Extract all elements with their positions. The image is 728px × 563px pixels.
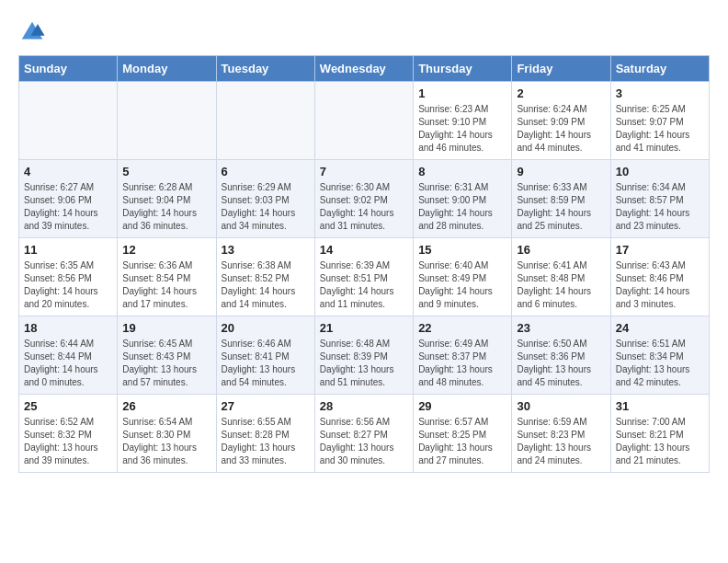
day-number: 31 [616, 399, 704, 413]
calendar-cell: 3Sunrise: 6:25 AM Sunset: 9:07 PM Daylig… [610, 82, 709, 160]
day-info: Sunrise: 6:43 AM Sunset: 8:46 PM Dayligh… [616, 259, 704, 311]
calendar-cell: 6Sunrise: 6:29 AM Sunset: 9:03 PM Daylig… [216, 160, 314, 238]
day-number: 4 [24, 165, 112, 178]
page-header [18, 18, 710, 46]
day-info: Sunrise: 6:50 AM Sunset: 8:36 PM Dayligh… [517, 338, 605, 389]
calendar-table: SundayMondayTuesdayWednesdayThursdayFrid… [18, 55, 710, 473]
day-number: 27 [222, 399, 310, 413]
day-info: Sunrise: 6:33 AM Sunset: 8:59 PM Dayligh… [517, 181, 605, 233]
col-header-tuesday: Tuesday [216, 56, 314, 82]
day-number: 3 [616, 86, 704, 100]
day-info: Sunrise: 6:34 AM Sunset: 8:57 PM Dayligh… [616, 181, 704, 233]
calendar-cell: 22Sunrise: 6:49 AM Sunset: 8:37 PM Dayli… [414, 316, 512, 395]
calendar-cell: 8Sunrise: 6:31 AM Sunset: 9:00 PM Daylig… [414, 160, 512, 238]
day-info: Sunrise: 6:48 AM Sunset: 8:39 PM Dayligh… [320, 338, 408, 389]
day-number: 19 [122, 321, 210, 335]
day-number: 8 [418, 165, 506, 178]
day-info: Sunrise: 7:00 AM Sunset: 8:21 PM Dayligh… [616, 416, 704, 467]
col-header-saturday: Saturday [610, 56, 709, 82]
day-info: Sunrise: 6:52 AM Sunset: 8:32 PM Dayligh… [24, 416, 112, 467]
calendar-cell: 9Sunrise: 6:33 AM Sunset: 8:59 PM Daylig… [512, 160, 610, 238]
calendar-cell: 18Sunrise: 6:44 AM Sunset: 8:44 PM Dayli… [19, 316, 118, 395]
day-number: 1 [418, 86, 506, 100]
col-header-sunday: Sunday [19, 56, 118, 82]
calendar-cell: 4Sunrise: 6:27 AM Sunset: 9:06 PM Daylig… [19, 160, 118, 238]
day-info: Sunrise: 6:25 AM Sunset: 9:07 PM Dayligh… [616, 103, 704, 155]
calendar-cell: 27Sunrise: 6:55 AM Sunset: 8:28 PM Dayli… [216, 395, 314, 473]
day-info: Sunrise: 6:44 AM Sunset: 8:44 PM Dayligh… [24, 338, 112, 389]
day-info: Sunrise: 6:35 AM Sunset: 8:56 PM Dayligh… [24, 259, 112, 311]
day-number: 23 [517, 321, 605, 335]
calendar-cell: 25Sunrise: 6:52 AM Sunset: 8:32 PM Dayli… [19, 395, 118, 473]
day-info: Sunrise: 6:23 AM Sunset: 9:10 PM Dayligh… [418, 103, 506, 155]
col-header-wednesday: Wednesday [314, 56, 413, 82]
calendar-cell: 15Sunrise: 6:40 AM Sunset: 8:49 PM Dayli… [414, 238, 512, 316]
calendar-cell: 24Sunrise: 6:51 AM Sunset: 8:34 PM Dayli… [610, 316, 709, 395]
calendar-cell: 31Sunrise: 7:00 AM Sunset: 8:21 PM Dayli… [610, 395, 709, 473]
calendar-week-row: 18Sunrise: 6:44 AM Sunset: 8:44 PM Dayli… [19, 316, 710, 395]
day-info: Sunrise: 6:55 AM Sunset: 8:28 PM Dayligh… [222, 416, 310, 467]
day-number: 20 [222, 321, 310, 335]
day-info: Sunrise: 6:45 AM Sunset: 8:43 PM Dayligh… [122, 338, 210, 389]
col-header-thursday: Thursday [414, 56, 512, 82]
calendar-cell: 12Sunrise: 6:36 AM Sunset: 8:54 PM Dayli… [118, 238, 216, 316]
calendar-cell [118, 82, 216, 160]
day-number: 30 [517, 399, 605, 413]
day-info: Sunrise: 6:38 AM Sunset: 8:52 PM Dayligh… [222, 259, 310, 311]
day-info: Sunrise: 6:56 AM Sunset: 8:27 PM Dayligh… [320, 416, 408, 467]
day-number: 24 [616, 321, 704, 335]
calendar-header-row: SundayMondayTuesdayWednesdayThursdayFrid… [19, 56, 710, 82]
day-number: 15 [418, 243, 506, 257]
day-info: Sunrise: 6:46 AM Sunset: 8:41 PM Dayligh… [222, 338, 310, 389]
day-number: 14 [320, 243, 408, 257]
day-number: 12 [122, 243, 210, 257]
day-number: 26 [122, 399, 210, 413]
day-number: 21 [320, 321, 408, 335]
day-info: Sunrise: 6:49 AM Sunset: 8:37 PM Dayligh… [418, 338, 506, 389]
calendar-cell: 21Sunrise: 6:48 AM Sunset: 8:39 PM Dayli… [314, 316, 413, 395]
calendar-cell: 26Sunrise: 6:54 AM Sunset: 8:30 PM Dayli… [118, 395, 216, 473]
logo [18, 18, 50, 46]
logo-icon [18, 18, 46, 46]
calendar-cell: 20Sunrise: 6:46 AM Sunset: 8:41 PM Dayli… [216, 316, 314, 395]
calendar-cell [19, 82, 118, 160]
day-info: Sunrise: 6:57 AM Sunset: 8:25 PM Dayligh… [418, 416, 506, 467]
day-info: Sunrise: 6:41 AM Sunset: 8:48 PM Dayligh… [517, 259, 605, 311]
day-number: 9 [517, 165, 605, 178]
day-number: 25 [24, 399, 112, 413]
day-info: Sunrise: 6:28 AM Sunset: 9:04 PM Dayligh… [122, 181, 210, 233]
day-number: 13 [222, 243, 310, 257]
calendar-cell: 11Sunrise: 6:35 AM Sunset: 8:56 PM Dayli… [19, 238, 118, 316]
calendar-cell: 5Sunrise: 6:28 AM Sunset: 9:04 PM Daylig… [118, 160, 216, 238]
day-info: Sunrise: 6:31 AM Sunset: 9:00 PM Dayligh… [418, 181, 506, 233]
day-info: Sunrise: 6:24 AM Sunset: 9:09 PM Dayligh… [517, 103, 605, 155]
day-number: 28 [320, 399, 408, 413]
calendar-cell: 23Sunrise: 6:50 AM Sunset: 8:36 PM Dayli… [512, 316, 610, 395]
day-number: 17 [616, 243, 704, 257]
calendar-cell: 7Sunrise: 6:30 AM Sunset: 9:02 PM Daylig… [314, 160, 413, 238]
day-info: Sunrise: 6:59 AM Sunset: 8:23 PM Dayligh… [517, 416, 605, 467]
calendar-cell: 30Sunrise: 6:59 AM Sunset: 8:23 PM Dayli… [512, 395, 610, 473]
calendar-week-row: 4Sunrise: 6:27 AM Sunset: 9:06 PM Daylig… [19, 160, 710, 238]
day-number: 11 [24, 243, 112, 257]
calendar-cell: 1Sunrise: 6:23 AM Sunset: 9:10 PM Daylig… [414, 82, 512, 160]
day-number: 7 [320, 165, 408, 178]
day-number: 5 [122, 165, 210, 178]
calendar-cell [216, 82, 314, 160]
calendar-week-row: 1Sunrise: 6:23 AM Sunset: 9:10 PM Daylig… [19, 82, 710, 160]
day-info: Sunrise: 6:40 AM Sunset: 8:49 PM Dayligh… [418, 259, 506, 311]
calendar-cell: 10Sunrise: 6:34 AM Sunset: 8:57 PM Dayli… [610, 160, 709, 238]
col-header-friday: Friday [512, 56, 610, 82]
day-number: 16 [517, 243, 605, 257]
day-number: 6 [222, 165, 310, 178]
calendar-cell: 13Sunrise: 6:38 AM Sunset: 8:52 PM Dayli… [216, 238, 314, 316]
day-info: Sunrise: 6:51 AM Sunset: 8:34 PM Dayligh… [616, 338, 704, 389]
day-number: 29 [418, 399, 506, 413]
calendar-cell: 29Sunrise: 6:57 AM Sunset: 8:25 PM Dayli… [414, 395, 512, 473]
calendar-cell: 28Sunrise: 6:56 AM Sunset: 8:27 PM Dayli… [314, 395, 413, 473]
calendar-cell: 14Sunrise: 6:39 AM Sunset: 8:51 PM Dayli… [314, 238, 413, 316]
day-info: Sunrise: 6:29 AM Sunset: 9:03 PM Dayligh… [222, 181, 310, 233]
day-number: 18 [24, 321, 112, 335]
day-info: Sunrise: 6:39 AM Sunset: 8:51 PM Dayligh… [320, 259, 408, 311]
calendar-cell: 2Sunrise: 6:24 AM Sunset: 9:09 PM Daylig… [512, 82, 610, 160]
